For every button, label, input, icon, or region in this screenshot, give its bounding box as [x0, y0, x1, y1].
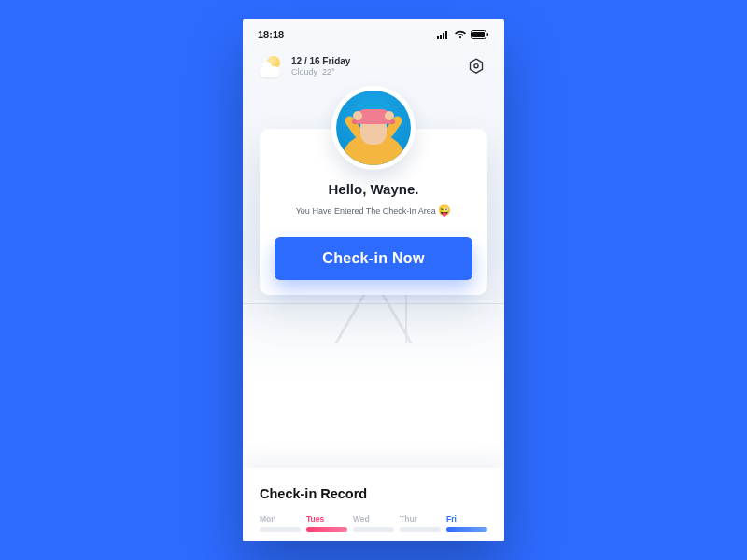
day-fri[interactable]: Fri [446, 514, 487, 532]
status-time: 18:18 [258, 29, 284, 40]
phone-frame: 18:18 12 / 16 Friday Cloudy 22° [243, 19, 504, 541]
weather-subline: Cloudy 22° [291, 68, 350, 77]
svg-rect-6 [487, 33, 489, 36]
day-label: Thur [400, 514, 441, 524]
weather-text: 12 / 16 Friday Cloudy 22° [291, 56, 350, 77]
settings-button[interactable] [465, 55, 487, 77]
card-area: Hello, Wayne. You Have Entered The Check… [243, 129, 504, 295]
weather-date: 12 / 16 Friday [291, 56, 350, 66]
greeting-text: Hello, Wayne. [275, 181, 472, 197]
svg-rect-5 [472, 32, 485, 37]
header-row: 12 / 16 Friday Cloudy 22° [243, 45, 504, 78]
day-bar [353, 527, 394, 532]
svg-rect-2 [443, 33, 444, 39]
svg-point-7 [474, 64, 478, 68]
record-section: Check-in Record MonTuesWedThurFri [243, 468, 504, 541]
day-label: Fri [446, 514, 487, 524]
weather-cloudy-icon [260, 54, 284, 78]
day-bar [400, 527, 441, 532]
svg-rect-3 [445, 31, 447, 39]
day-label: Mon [260, 514, 301, 524]
wifi-icon [454, 30, 467, 39]
day-bar [306, 527, 347, 532]
day-bar [446, 527, 487, 532]
weather-block[interactable]: 12 / 16 Friday Cloudy 22° [260, 54, 350, 78]
day-tues[interactable]: Tues [306, 514, 347, 532]
day-thur[interactable]: Thur [400, 514, 441, 532]
day-label: Wed [353, 514, 394, 524]
battery-icon [471, 30, 489, 39]
days-row: MonTuesWedThurFri [260, 514, 487, 532]
subtext: You Have Entered The Check-In Area 😜 [275, 204, 472, 217]
record-title: Check-in Record [260, 486, 487, 501]
svg-rect-1 [440, 35, 442, 39]
day-label: Tues [306, 514, 347, 524]
svg-rect-0 [437, 36, 439, 39]
status-indicators [437, 30, 489, 39]
avatar[interactable] [331, 86, 416, 170]
settings-hex-icon [467, 57, 486, 76]
signal-icon [437, 30, 450, 39]
checkin-now-button[interactable]: Check-in Now [275, 237, 472, 280]
status-bar: 18:18 [243, 24, 504, 45]
day-mon[interactable]: Mon [260, 514, 301, 532]
day-wed[interactable]: Wed [353, 514, 394, 532]
emoji-icon: 😜 [438, 204, 451, 216]
day-bar [260, 527, 301, 532]
